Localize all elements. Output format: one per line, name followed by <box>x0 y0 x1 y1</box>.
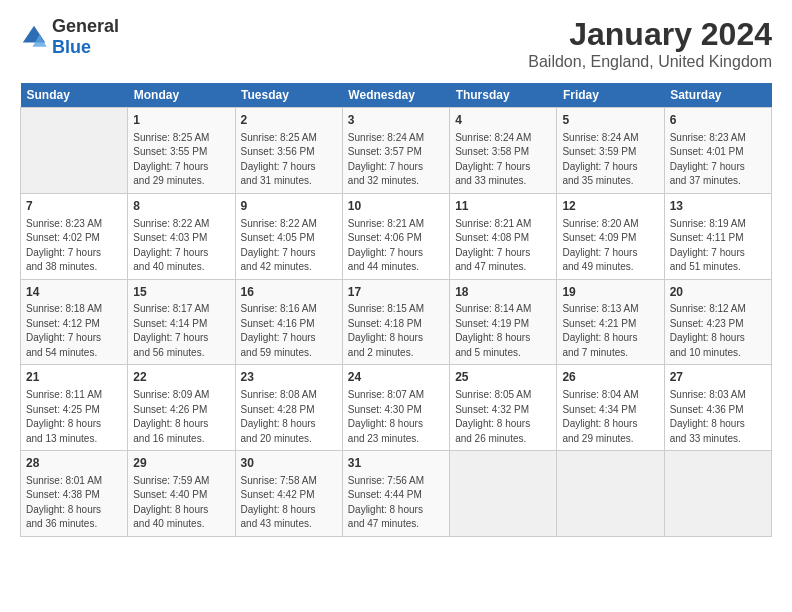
page-header: General Blue January 2024 Baildon, Engla… <box>20 16 772 71</box>
day-cell <box>21 108 128 194</box>
day-number: 22 <box>133 369 229 386</box>
calendar-body: 1Sunrise: 8:25 AM Sunset: 3:55 PM Daylig… <box>21 108 772 537</box>
day-cell: 24Sunrise: 8:07 AM Sunset: 4:30 PM Dayli… <box>342 365 449 451</box>
day-number: 21 <box>26 369 122 386</box>
day-number: 15 <box>133 284 229 301</box>
day-cell <box>557 451 664 537</box>
day-detail: Sunrise: 8:23 AM Sunset: 4:01 PM Dayligh… <box>670 131 766 189</box>
day-detail: Sunrise: 8:24 AM Sunset: 3:58 PM Dayligh… <box>455 131 551 189</box>
day-cell: 19Sunrise: 8:13 AM Sunset: 4:21 PM Dayli… <box>557 279 664 365</box>
day-cell: 26Sunrise: 8:04 AM Sunset: 4:34 PM Dayli… <box>557 365 664 451</box>
day-number: 8 <box>133 198 229 215</box>
day-detail: Sunrise: 8:18 AM Sunset: 4:12 PM Dayligh… <box>26 302 122 360</box>
day-number: 6 <box>670 112 766 129</box>
day-cell: 17Sunrise: 8:15 AM Sunset: 4:18 PM Dayli… <box>342 279 449 365</box>
day-cell: 10Sunrise: 8:21 AM Sunset: 4:06 PM Dayli… <box>342 193 449 279</box>
day-detail: Sunrise: 8:12 AM Sunset: 4:23 PM Dayligh… <box>670 302 766 360</box>
day-detail: Sunrise: 8:23 AM Sunset: 4:02 PM Dayligh… <box>26 217 122 275</box>
day-number: 29 <box>133 455 229 472</box>
week-row-4: 28Sunrise: 8:01 AM Sunset: 4:38 PM Dayli… <box>21 451 772 537</box>
day-cell: 21Sunrise: 8:11 AM Sunset: 4:25 PM Dayli… <box>21 365 128 451</box>
day-number: 25 <box>455 369 551 386</box>
logo-general: General <box>52 16 119 36</box>
day-cell: 12Sunrise: 8:20 AM Sunset: 4:09 PM Dayli… <box>557 193 664 279</box>
day-number: 23 <box>241 369 337 386</box>
week-row-0: 1Sunrise: 8:25 AM Sunset: 3:55 PM Daylig… <box>21 108 772 194</box>
day-number: 13 <box>670 198 766 215</box>
week-row-2: 14Sunrise: 8:18 AM Sunset: 4:12 PM Dayli… <box>21 279 772 365</box>
day-number: 31 <box>348 455 444 472</box>
calendar-header: SundayMondayTuesdayWednesdayThursdayFrid… <box>21 83 772 108</box>
header-row: SundayMondayTuesdayWednesdayThursdayFrid… <box>21 83 772 108</box>
day-detail: Sunrise: 7:59 AM Sunset: 4:40 PM Dayligh… <box>133 474 229 532</box>
day-cell: 7Sunrise: 8:23 AM Sunset: 4:02 PM Daylig… <box>21 193 128 279</box>
day-cell: 6Sunrise: 8:23 AM Sunset: 4:01 PM Daylig… <box>664 108 771 194</box>
day-cell: 18Sunrise: 8:14 AM Sunset: 4:19 PM Dayli… <box>450 279 557 365</box>
day-number: 9 <box>241 198 337 215</box>
day-detail: Sunrise: 8:22 AM Sunset: 4:03 PM Dayligh… <box>133 217 229 275</box>
day-cell: 14Sunrise: 8:18 AM Sunset: 4:12 PM Dayli… <box>21 279 128 365</box>
day-number: 2 <box>241 112 337 129</box>
day-detail: Sunrise: 8:21 AM Sunset: 4:06 PM Dayligh… <box>348 217 444 275</box>
day-cell: 5Sunrise: 8:24 AM Sunset: 3:59 PM Daylig… <box>557 108 664 194</box>
day-cell: 13Sunrise: 8:19 AM Sunset: 4:11 PM Dayli… <box>664 193 771 279</box>
header-cell-wednesday: Wednesday <box>342 83 449 108</box>
day-number: 30 <box>241 455 337 472</box>
logo-blue: Blue <box>52 37 91 57</box>
day-detail: Sunrise: 8:08 AM Sunset: 4:28 PM Dayligh… <box>241 388 337 446</box>
day-detail: Sunrise: 7:58 AM Sunset: 4:42 PM Dayligh… <box>241 474 337 532</box>
day-detail: Sunrise: 7:56 AM Sunset: 4:44 PM Dayligh… <box>348 474 444 532</box>
day-detail: Sunrise: 8:16 AM Sunset: 4:16 PM Dayligh… <box>241 302 337 360</box>
calendar-title-area: January 2024 Baildon, England, United Ki… <box>528 16 772 71</box>
header-cell-monday: Monday <box>128 83 235 108</box>
header-cell-tuesday: Tuesday <box>235 83 342 108</box>
day-cell: 28Sunrise: 8:01 AM Sunset: 4:38 PM Dayli… <box>21 451 128 537</box>
calendar-subtitle: Baildon, England, United Kingdom <box>528 53 772 71</box>
day-number: 27 <box>670 369 766 386</box>
day-detail: Sunrise: 8:25 AM Sunset: 3:56 PM Dayligh… <box>241 131 337 189</box>
day-number: 19 <box>562 284 658 301</box>
day-detail: Sunrise: 8:21 AM Sunset: 4:08 PM Dayligh… <box>455 217 551 275</box>
header-cell-sunday: Sunday <box>21 83 128 108</box>
calendar-title: January 2024 <box>528 16 772 53</box>
day-detail: Sunrise: 8:11 AM Sunset: 4:25 PM Dayligh… <box>26 388 122 446</box>
day-cell: 15Sunrise: 8:17 AM Sunset: 4:14 PM Dayli… <box>128 279 235 365</box>
day-cell <box>450 451 557 537</box>
day-number: 26 <box>562 369 658 386</box>
day-cell: 11Sunrise: 8:21 AM Sunset: 4:08 PM Dayli… <box>450 193 557 279</box>
day-number: 17 <box>348 284 444 301</box>
day-detail: Sunrise: 8:04 AM Sunset: 4:34 PM Dayligh… <box>562 388 658 446</box>
calendar-table: SundayMondayTuesdayWednesdayThursdayFrid… <box>20 83 772 537</box>
day-number: 20 <box>670 284 766 301</box>
day-number: 5 <box>562 112 658 129</box>
day-number: 28 <box>26 455 122 472</box>
day-detail: Sunrise: 8:14 AM Sunset: 4:19 PM Dayligh… <box>455 302 551 360</box>
day-cell: 1Sunrise: 8:25 AM Sunset: 3:55 PM Daylig… <box>128 108 235 194</box>
header-cell-friday: Friday <box>557 83 664 108</box>
day-cell: 23Sunrise: 8:08 AM Sunset: 4:28 PM Dayli… <box>235 365 342 451</box>
day-cell: 30Sunrise: 7:58 AM Sunset: 4:42 PM Dayli… <box>235 451 342 537</box>
day-detail: Sunrise: 8:15 AM Sunset: 4:18 PM Dayligh… <box>348 302 444 360</box>
day-number: 3 <box>348 112 444 129</box>
day-number: 10 <box>348 198 444 215</box>
day-number: 12 <box>562 198 658 215</box>
day-detail: Sunrise: 8:05 AM Sunset: 4:32 PM Dayligh… <box>455 388 551 446</box>
day-cell: 2Sunrise: 8:25 AM Sunset: 3:56 PM Daylig… <box>235 108 342 194</box>
day-cell: 4Sunrise: 8:24 AM Sunset: 3:58 PM Daylig… <box>450 108 557 194</box>
day-detail: Sunrise: 8:20 AM Sunset: 4:09 PM Dayligh… <box>562 217 658 275</box>
day-detail: Sunrise: 8:13 AM Sunset: 4:21 PM Dayligh… <box>562 302 658 360</box>
day-number: 16 <box>241 284 337 301</box>
day-detail: Sunrise: 8:17 AM Sunset: 4:14 PM Dayligh… <box>133 302 229 360</box>
day-cell: 9Sunrise: 8:22 AM Sunset: 4:05 PM Daylig… <box>235 193 342 279</box>
day-detail: Sunrise: 8:09 AM Sunset: 4:26 PM Dayligh… <box>133 388 229 446</box>
day-cell: 29Sunrise: 7:59 AM Sunset: 4:40 PM Dayli… <box>128 451 235 537</box>
header-cell-saturday: Saturday <box>664 83 771 108</box>
day-number: 4 <box>455 112 551 129</box>
day-cell: 20Sunrise: 8:12 AM Sunset: 4:23 PM Dayli… <box>664 279 771 365</box>
logo: General Blue <box>20 16 119 58</box>
logo-icon <box>20 23 48 51</box>
week-row-3: 21Sunrise: 8:11 AM Sunset: 4:25 PM Dayli… <box>21 365 772 451</box>
day-detail: Sunrise: 8:25 AM Sunset: 3:55 PM Dayligh… <box>133 131 229 189</box>
day-cell: 3Sunrise: 8:24 AM Sunset: 3:57 PM Daylig… <box>342 108 449 194</box>
day-detail: Sunrise: 8:22 AM Sunset: 4:05 PM Dayligh… <box>241 217 337 275</box>
